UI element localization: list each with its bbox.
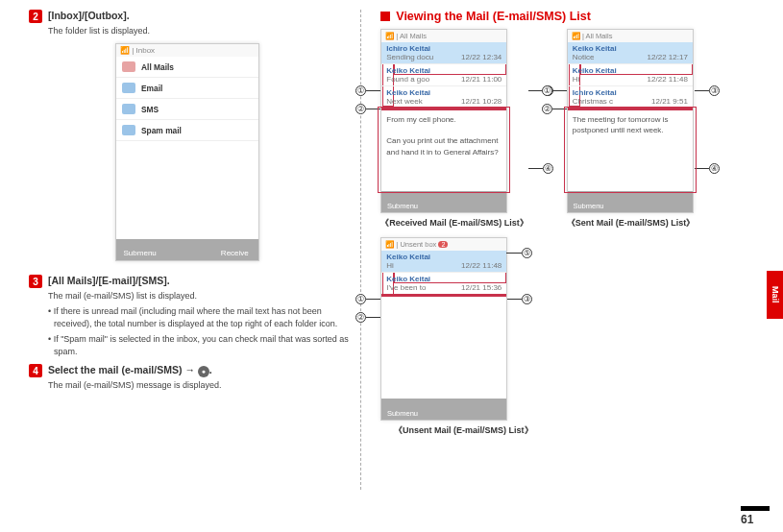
step-4-line: The mail (e-mail/SMS) message is display… xyxy=(48,379,351,392)
callout-4: ④ xyxy=(543,163,553,174)
caption-sent: 《Sent Mail (E-mail/SMS) List》 xyxy=(567,217,696,230)
folder-icon xyxy=(122,125,135,135)
phone-status: 📶 | Inbox xyxy=(116,44,258,57)
callout-box xyxy=(564,107,697,193)
unsent-wrap: ① ② ③ ⑤ 📶 | Unsent box 2 Keiko Keitai Hi… xyxy=(380,237,546,437)
center-key-icon: ● xyxy=(198,366,209,377)
side-tab-mail: Mail xyxy=(767,271,783,319)
received-wrap: ① ② ③ ④ 📶 | All Mails Ichiro Keitai Send… xyxy=(380,29,528,230)
step-number-3: 3 xyxy=(29,275,42,288)
page: 2 [Inbox]/[Outbox]. The folder list is d… xyxy=(0,0,783,532)
step-number-2: 2 xyxy=(29,10,42,23)
step-2-title: [Inbox]/[Outbox]. xyxy=(48,10,130,21)
callout-5: ⑤ xyxy=(522,248,532,258)
step-2-line: The folder list is displayed. xyxy=(48,25,351,37)
folder-item: SMS xyxy=(116,99,258,120)
phone-sent: 📶 | All Mails Keiko Keitai Notice12/22 1… xyxy=(567,29,694,213)
phone-unsent: 📶 | Unsent box 2 Keiko Keitai Hi12/22 11… xyxy=(380,237,507,421)
phone-received: 📶 | All Mails Ichiro Keitai Sending docu… xyxy=(380,29,507,213)
folder-icon xyxy=(122,61,135,72)
folder-icon xyxy=(122,104,135,114)
folder-item: Spam mail xyxy=(116,120,258,141)
softkey-right: Receive xyxy=(211,246,258,260)
step-4-title: Select the mail (e-mail/SMS) → ●. xyxy=(48,364,212,377)
section-header: Viewing the Mail (E-mail/SMS) List xyxy=(380,10,754,23)
folder-item: Email xyxy=(116,78,258,99)
list-item: Keiko Keitai I've been to12/21 15:36 xyxy=(381,273,506,297)
callout-3: ③ xyxy=(522,294,532,304)
callout-2: ② xyxy=(355,312,366,323)
caption-received: 《Received Mail (E-mail/SMS) List》 xyxy=(380,217,528,230)
right-column: Viewing the Mail (E-mail/SMS) List ① ② ③… xyxy=(380,10,754,509)
step-2-body: The folder list is displayed. xyxy=(48,25,351,37)
folder-icon xyxy=(122,83,135,93)
preview-pane: The meeting for tomorrow is postponed un… xyxy=(568,110,693,191)
left-column: 2 [Inbox]/[Outbox]. The folder list is d… xyxy=(29,10,351,509)
step-3: 3 [All Mails]/[E-mail]/[SMS]. The mail (… xyxy=(29,275,351,358)
phone-status: 📶 | Unsent box 2 xyxy=(381,238,506,251)
step-2: 2 [Inbox]/[Outbox]. The folder list is d… xyxy=(29,10,351,37)
callout-box xyxy=(378,107,510,193)
phone-status: 📶 | All Mails xyxy=(381,30,506,42)
callout-1: ① xyxy=(355,294,366,304)
step-3-title: [All Mails]/[E-mail]/[SMS]. xyxy=(48,275,170,286)
step-3-bullet: • If "Spam mail" is selected in the inbo… xyxy=(48,333,351,358)
list-item: Ichiro Keitai Sending docu12/22 12:34 xyxy=(381,42,506,64)
callout-2: ② xyxy=(355,104,366,114)
column-divider xyxy=(360,10,361,490)
list-item: Keiko Keitai Found a goo12/21 11:00 xyxy=(381,64,506,86)
page-number: 61 xyxy=(741,506,770,526)
preview-pane: From my cell phone. Can you print out th… xyxy=(381,110,506,191)
preview-pane xyxy=(381,297,506,399)
sent-wrap: ① ② ③ ④ 📶 | All Mails Keiko Keitai Notic… xyxy=(567,29,696,230)
softkeys: Submenu Receive xyxy=(116,239,258,260)
step-4-body: The mail (e-mail/SMS) message is display… xyxy=(48,379,351,392)
softkey: Submenu xyxy=(381,200,423,212)
softkey-left: Submenu xyxy=(116,246,163,260)
callout-4: ④ xyxy=(709,163,720,174)
list-item: Keiko Keitai Notice12/22 12:17 xyxy=(568,42,693,64)
list-item: Keiko Keitai Hi12/22 11:48 xyxy=(381,251,506,273)
step-number-4: 4 xyxy=(29,364,42,377)
step-3-line: The mail (e-mail/SMS) list is displayed. xyxy=(48,290,351,302)
folder-item: All Mails xyxy=(116,57,258,78)
softkey: Submenu xyxy=(381,407,423,420)
callout-1: ① xyxy=(542,85,552,96)
phone-status: 📶 | All Mails xyxy=(568,30,693,42)
step-3-bullet: • If there is unread mail (including mai… xyxy=(48,305,351,330)
section-marker-icon xyxy=(380,12,390,21)
callout-3: ③ xyxy=(709,85,720,96)
inbox-phone-figure: 📶 | Inbox All Mails Email SMS Spam mail … xyxy=(115,43,351,261)
callout-2: ② xyxy=(542,104,552,114)
list-item: Keiko Keitai Hi12/22 11:48 xyxy=(568,64,693,86)
phone-inbox: 📶 | Inbox All Mails Email SMS Spam mail … xyxy=(115,43,259,261)
step-4: 4 Select the mail (e-mail/SMS) → ●. The … xyxy=(29,364,351,392)
callout-1: ① xyxy=(355,85,366,96)
badge: 2 xyxy=(438,241,448,248)
step-3-body: The mail (e-mail/SMS) list is displayed.… xyxy=(48,290,351,358)
softkey: Submenu xyxy=(568,200,609,212)
caption-unsent: 《Unsent Mail (E-mail/SMS) List》 xyxy=(380,424,546,437)
top-screens-row: ① ② ③ ④ 📶 | All Mails Ichiro Keitai Send… xyxy=(380,29,754,230)
